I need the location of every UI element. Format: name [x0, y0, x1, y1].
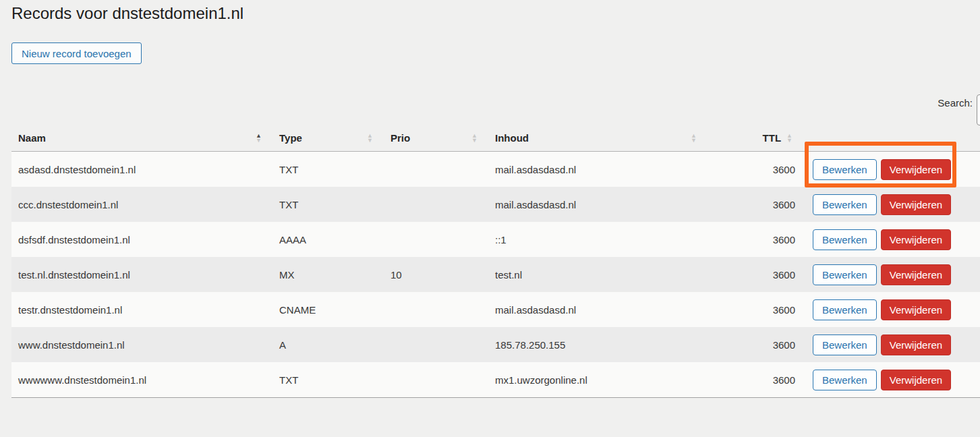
delete-button[interactable]: Verwijderen [881, 159, 951, 180]
record-ttl-cell: 3600 [708, 304, 795, 316]
record-prio-cell: 10 [384, 269, 488, 281]
column-header-ttl[interactable]: TTL ▲▼ [708, 132, 795, 144]
record-actions-cell: Bewerken Verwijderen [795, 229, 980, 250]
record-name-cell: www.dnstestdomein1.nl [11, 339, 272, 351]
column-header-inhoud[interactable]: Inhoud ▲▼ [488, 132, 708, 144]
record-content-cell: mail.asdasdasd.nl [488, 304, 708, 316]
record-content-cell: mx1.uwzorgonline.nl [488, 374, 708, 386]
edit-button[interactable]: Bewerken [813, 194, 877, 215]
sort-desc-icon: ▼ [691, 138, 697, 143]
record-name-cell: wwwwww.dnstestdomein1.nl [11, 374, 272, 386]
column-header-naam[interactable]: Naam ▲▼ [11, 132, 272, 144]
add-record-button[interactable]: Nieuw record toevoegen [11, 42, 142, 64]
column-header-label: Type [279, 132, 302, 144]
record-name-cell: testr.dnstestdomein1.nl [11, 304, 272, 316]
delete-button[interactable]: Verwijderen [881, 299, 951, 320]
sort-icons[interactable]: ▲▼ [691, 134, 697, 143]
record-content-cell: 185.78.250.155 [488, 339, 708, 351]
sort-desc-icon: ▼ [786, 138, 792, 143]
delete-button[interactable]: Verwijderen [881, 229, 951, 250]
table-row: wwwwww.dnstestdomein1.nl TXT mx1.uwzorgo… [11, 362, 980, 397]
table-row: test.nl.dnstestdomein1.nl MX 10 test.nl … [11, 257, 980, 292]
sort-icons[interactable]: ▲▼ [786, 134, 792, 143]
column-header-label: Naam [18, 132, 46, 144]
record-type-cell: TXT [272, 374, 384, 386]
column-header-type[interactable]: Type ▲▼ [272, 132, 384, 144]
delete-button[interactable]: Verwijderen [881, 194, 951, 215]
record-type-cell: CNAME [272, 304, 384, 316]
record-name-cell: ccc.dnstestdomein1.nl [11, 199, 272, 210]
record-content-cell: test.nl [488, 269, 708, 281]
record-ttl-cell: 3600 [708, 339, 795, 351]
record-actions-cell: Bewerken Verwijderen [795, 194, 980, 215]
delete-button[interactable]: Verwijderen [881, 370, 951, 390]
table-row: testr.dnstestdomein1.nl CNAME mail.asdas… [11, 292, 980, 327]
record-ttl-cell: 3600 [708, 374, 795, 386]
record-ttl-cell: 3600 [708, 164, 795, 175]
record-name-cell: dsfsdf.dnstestdomein1.nl [11, 234, 272, 245]
column-header-label: TTL [763, 132, 782, 144]
delete-button[interactable]: Verwijderen [881, 334, 951, 355]
record-type-cell: MX [272, 269, 384, 281]
record-ttl-cell: 3600 [708, 234, 795, 245]
record-content-cell: mail.asdasdasd.nl [488, 199, 708, 210]
delete-button[interactable]: Verwijderen [881, 264, 951, 285]
record-ttl-cell: 3600 [708, 199, 795, 210]
record-actions-cell: Bewerken Verwijderen [795, 334, 980, 355]
page-title: Records voor dnstestdomein1.nl [11, 4, 243, 23]
column-header-label: Prio [391, 132, 410, 144]
sort-desc-icon: ▼ [471, 138, 478, 143]
sort-icons[interactable]: ▲▼ [256, 134, 262, 143]
record-type-cell: AAAA [272, 234, 384, 245]
edit-button[interactable]: Bewerken [813, 159, 877, 180]
record-actions-cell: Bewerken Verwijderen [795, 159, 980, 180]
sort-desc-icon: ▼ [367, 138, 373, 143]
table-row: www.dnstestdomein1.nl A 185.78.250.155 3… [11, 327, 980, 362]
search-input[interactable] [977, 94, 980, 125]
table-row: ccc.dnstestdomein1.nl TXT mail.asdasdasd… [11, 187, 980, 222]
record-content-cell: ::1 [488, 234, 708, 245]
record-actions-cell: Bewerken Verwijderen [795, 370, 980, 390]
table-row: asdasd.dnstestdomein1.nl TXT mail.asdasd… [11, 152, 980, 187]
record-type-cell: TXT [272, 199, 384, 210]
record-name-cell: asdasd.dnstestdomein1.nl [11, 164, 272, 175]
table-body: asdasd.dnstestdomein1.nl TXT mail.asdasd… [11, 152, 980, 397]
record-ttl-cell: 3600 [708, 269, 795, 281]
edit-button[interactable]: Bewerken [813, 299, 877, 320]
edit-button[interactable]: Bewerken [813, 334, 877, 355]
record-content-cell: mail.asdasdasd.nl [488, 164, 708, 175]
dns-records-table: Naam ▲▼ Type ▲▼ Prio ▲▼ Inhoud ▲▼ TTL ▲▼… [11, 125, 980, 398]
record-actions-cell: Bewerken Verwijderen [795, 264, 980, 285]
column-header-prio[interactable]: Prio ▲▼ [384, 132, 488, 144]
edit-button[interactable]: Bewerken [813, 264, 877, 285]
record-name-cell: test.nl.dnstestdomein1.nl [11, 269, 272, 281]
record-type-cell: TXT [272, 164, 384, 175]
edit-button[interactable]: Bewerken [813, 229, 877, 250]
column-header-label: Inhoud [495, 132, 529, 144]
record-type-cell: A [272, 339, 384, 351]
sort-icons[interactable]: ▲▼ [471, 134, 478, 143]
record-actions-cell: Bewerken Verwijderen [795, 299, 980, 320]
search-label: Search: [902, 97, 973, 109]
sort-desc-icon: ▼ [256, 138, 262, 143]
table-header-row: Naam ▲▼ Type ▲▼ Prio ▲▼ Inhoud ▲▼ TTL ▲▼ [11, 125, 980, 152]
table-row: dsfsdf.dnstestdomein1.nl AAAA ::1 3600 B… [11, 222, 980, 257]
edit-button[interactable]: Bewerken [813, 370, 877, 390]
sort-icons[interactable]: ▲▼ [367, 134, 373, 143]
